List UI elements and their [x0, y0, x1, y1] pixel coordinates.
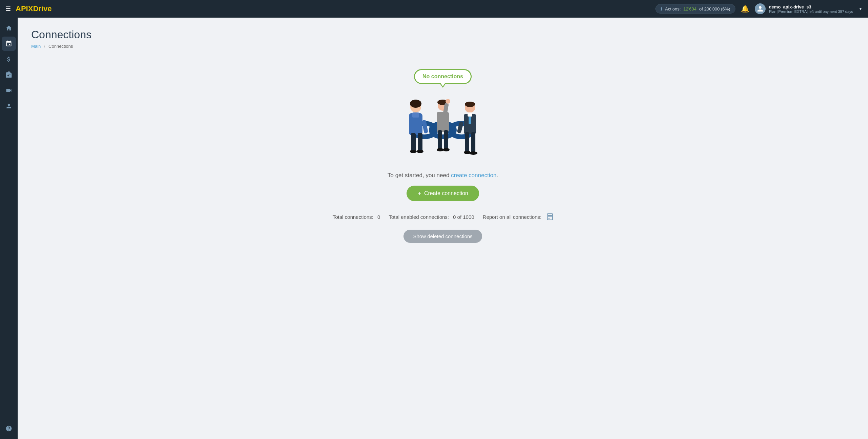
svg-point-9: [410, 150, 417, 153]
logo: APIXDrive: [16, 4, 52, 13]
svg-rect-8: [418, 133, 422, 151]
page-title: Connections: [31, 28, 854, 41]
info-icon: ℹ: [660, 6, 662, 12]
report-icon[interactable]: [547, 213, 553, 220]
app-body: Connections Main / Connections No connec…: [0, 18, 868, 439]
actions-total: of 200'000 (6%): [699, 6, 730, 12]
menu-icon[interactable]: ☰: [5, 5, 11, 13]
sidebar-item-apps[interactable]: [2, 68, 16, 82]
show-deleted-connections-button[interactable]: Show deleted connections: [403, 230, 482, 243]
people-chain-illustration: [385, 89, 500, 164]
empty-state-message: To get started, you need create connecti…: [388, 172, 498, 179]
bell-icon[interactable]: 🔔: [741, 5, 749, 13]
user-info: demo_apix-drive_s3 Plan |Premium EXTRA| …: [769, 4, 853, 14]
svg-point-22: [465, 102, 475, 107]
logo-drive: Drive: [33, 4, 52, 13]
create-btn-label: Create connection: [424, 190, 468, 196]
logo-api: API: [16, 4, 28, 13]
svg-rect-7: [411, 133, 416, 151]
svg-rect-15: [438, 130, 442, 150]
sidebar-item-account[interactable]: [2, 99, 16, 113]
svg-rect-26: [465, 132, 469, 152]
report-label: Report on all connections:: [483, 214, 541, 220]
user-name: demo_apix-drive_s3: [769, 4, 853, 9]
breadcrumb-separator: /: [44, 44, 45, 49]
avatar: [755, 3, 766, 14]
stats-row: Total connections: 0 Total enabled conne…: [333, 213, 553, 220]
svg-rect-6: [412, 112, 419, 118]
svg-point-29: [469, 151, 477, 155]
breadcrumb: Main / Connections: [31, 44, 854, 49]
svg-point-10: [417, 150, 423, 153]
top-navigation: ☰ APIXDrive ℹ Actions: 12'604 of 200'000…: [0, 0, 868, 18]
empty-state: No connections: [31, 62, 854, 256]
chevron-down-icon: ▼: [859, 6, 863, 11]
enabled-connections-label: Total enabled connections:: [389, 214, 449, 220]
user-area[interactable]: demo_apix-drive_s3 Plan |Premium EXTRA| …: [755, 3, 863, 14]
actions-count: 12'604: [684, 6, 697, 12]
total-connections-label: Total connections:: [333, 214, 373, 220]
stats-separator-2: [478, 214, 479, 220]
svg-point-17: [437, 148, 443, 151]
svg-point-20: [446, 99, 450, 104]
svg-point-18: [443, 148, 450, 151]
total-connections-value: 0: [377, 214, 380, 220]
logo-x: X: [28, 4, 33, 13]
main-content: Connections Main / Connections No connec…: [18, 18, 868, 439]
sidebar-item-help[interactable]: [2, 421, 16, 436]
logo-text: APIXDrive: [16, 4, 52, 13]
svg-rect-16: [444, 130, 448, 150]
create-connection-button[interactable]: + Create connection: [407, 186, 479, 201]
sidebar-item-video[interactable]: [2, 83, 16, 98]
sidebar: [0, 18, 18, 439]
stats-separator: [384, 214, 384, 220]
breadcrumb-main[interactable]: Main: [31, 44, 41, 49]
cloud-container: No connections: [414, 69, 472, 84]
actions-badge: ℹ Actions: 12'604 of 200'000 (6%): [655, 4, 735, 14]
sidebar-item-home[interactable]: [2, 21, 16, 35]
sidebar-item-connections[interactable]: [2, 37, 16, 51]
user-plan: Plan |Premium EXTRA| left until payment …: [769, 9, 853, 14]
svg-rect-25: [468, 112, 472, 117]
create-connection-link[interactable]: create connection: [451, 172, 496, 179]
svg-point-4: [410, 100, 421, 108]
cloud-bubble: No connections: [414, 69, 472, 84]
plus-icon: +: [417, 190, 421, 197]
actions-label: Actions:: [665, 6, 680, 12]
svg-rect-27: [471, 132, 475, 152]
enabled-connections-value: 0 of 1000: [453, 214, 474, 220]
illustration: No connections: [382, 69, 504, 164]
sidebar-item-billing[interactable]: [2, 52, 16, 66]
breadcrumb-current: Connections: [48, 44, 73, 49]
